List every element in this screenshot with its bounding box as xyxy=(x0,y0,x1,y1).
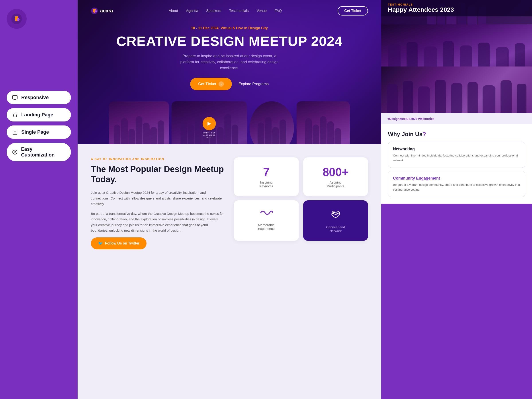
testimonials-header-bar: TESTIMONIALS Happy Attendees 2023 xyxy=(381,0,532,16)
logo-circle xyxy=(7,9,27,29)
svg-point-10 xyxy=(14,151,16,152)
why-networking-body: Connect with like-minded individuals, fo… xyxy=(393,153,520,163)
twitter-button[interactable]: 🐦 Follow Us on Twitter xyxy=(91,237,146,249)
play-button-overlay[interactable]: ▶ WATCH OUR LAST VIDEO EVENT xyxy=(202,117,217,139)
navbar: acara About Agenda Speakers Testimonials… xyxy=(78,0,381,22)
testimonials-title: Happy Attendees 2023 xyxy=(388,6,525,13)
why-networking-title: Networking xyxy=(393,147,520,151)
badge-landing-page[interactable]: Landing Page xyxy=(7,108,71,121)
nav-link-testimonials[interactable]: Testimonials xyxy=(229,9,249,13)
top-image-3 xyxy=(381,66,532,113)
stats-grid: 7 Inspiring Keynotes 800+ Aspiring Parti… xyxy=(234,157,368,241)
nav-link-speakers[interactable]: Speakers xyxy=(206,9,221,13)
why-community-title: Community Engagement xyxy=(393,176,520,181)
svg-point-1 xyxy=(17,18,19,21)
badge-landing-page-label: Landing Page xyxy=(21,112,53,118)
why-card-community: Community Engagement Be part of a vibran… xyxy=(388,171,525,197)
keynotes-label: Inspiring Keynotes xyxy=(241,180,292,188)
hero-content: 10 - 11 Dec 2024: Virtual & Live in Desi… xyxy=(78,22,381,101)
stat-connect: Connect and Network xyxy=(303,200,368,241)
testimonials-tag: TESTIMONIALS xyxy=(388,3,525,6)
why-card-networking: Networking Connect with like-minded indi… xyxy=(388,142,525,168)
participants-number: 800+ xyxy=(310,165,361,179)
hero-buttons: Get Ticket › Explore Programs xyxy=(91,78,368,90)
hero-get-ticket-button[interactable]: Get Ticket › xyxy=(190,78,232,90)
hero-section: acara About Agenda Speakers Testimonials… xyxy=(78,0,381,144)
badge-single-page-label: Single Page xyxy=(21,129,49,135)
hero-image-3 xyxy=(250,101,294,144)
get-ticket-button[interactable]: Get Ticket xyxy=(338,6,368,16)
memorable-label: Memorable Experience xyxy=(241,223,292,231)
why-community-body: Be part of a vibrant design community, s… xyxy=(393,183,520,192)
twitter-icon: 🐦 xyxy=(98,241,103,246)
hero-image-2-with-play: ▶ WATCH OUR LAST VIDEO EVENT xyxy=(171,101,247,144)
nav-links: About Agenda Speakers Testimonials Venue… xyxy=(169,9,282,13)
top-image-2-overlay xyxy=(381,24,532,66)
stat-keynotes: 7 Inspiring Keynotes xyxy=(234,157,299,196)
stat-memorable: Memorable Experience xyxy=(234,200,299,241)
hero-date: 10 - 11 Dec 2024: Virtual & Live in Desi… xyxy=(91,26,368,30)
connect-label: Connect and Network xyxy=(310,225,361,233)
page-wrapper: Responsive Landing Page xyxy=(0,0,532,399)
section-body: Join us at Creative Design Meetup 2024 f… xyxy=(91,190,225,234)
hero-image-4 xyxy=(297,101,350,144)
social-section: #DesignMeetup2023 #Memories xyxy=(381,113,532,125)
body-para-2: Be part of a transformative day, where t… xyxy=(91,211,225,234)
badge-single-page[interactable]: Single Page xyxy=(7,126,71,139)
badge-easy-customization[interactable]: Easy Customization xyxy=(7,143,71,161)
hero-image-1 xyxy=(109,101,169,144)
left-col: A DAY OF INNOVATION AND INSPIRATION The … xyxy=(91,157,225,249)
badge-responsive[interactable]: Responsive xyxy=(7,91,71,104)
hero-subtitle: Prepare to inspire and be inspired at ou… xyxy=(176,53,283,71)
participants-label: Aspiring Participants xyxy=(310,180,361,188)
hero-title: CREATIVE DESIGN MEETUP 2024 xyxy=(91,33,368,49)
badge-easy-customization-label: Easy Customization xyxy=(21,146,66,158)
nav-link-venue[interactable]: Venue xyxy=(257,9,267,13)
responsive-icon xyxy=(12,95,18,101)
section-title: The Most Popular Design Meetup Today. xyxy=(91,164,225,184)
svg-point-12 xyxy=(95,10,97,13)
stat-participants: 800+ Aspiring Participants xyxy=(303,157,368,196)
play-text: WATCH OUR LAST VIDEO EVENT xyxy=(202,132,217,139)
section-tag: A DAY OF INNOVATION AND INSPIRATION xyxy=(91,157,225,161)
top-image-2 xyxy=(381,24,532,66)
hero-cta-label: Get Ticket xyxy=(198,82,216,86)
nav-link-about[interactable]: About xyxy=(169,9,178,13)
easy-customization-icon xyxy=(12,149,18,155)
svg-rect-2 xyxy=(13,95,17,99)
memorable-icon xyxy=(241,208,292,219)
main-content: acara About Agenda Speakers Testimonials… xyxy=(78,0,381,399)
landing-page-icon xyxy=(12,112,18,118)
connect-icon xyxy=(310,208,361,222)
why-title: Why Join Us? xyxy=(388,131,525,138)
top-image-3-people xyxy=(381,78,532,113)
right-panel: TESTIMONIALS Happy Attendees 2023 xyxy=(381,0,532,399)
sidebar-badges: Responsive Landing Page xyxy=(7,91,71,161)
play-icon: ▶ xyxy=(203,117,216,130)
nav-link-agenda[interactable]: Agenda xyxy=(186,9,198,13)
nav-logo: acara xyxy=(91,7,113,14)
top-image-1: TESTIMONIALS Happy Attendees 2023 xyxy=(381,0,532,24)
twitter-label: Follow Us on Twitter xyxy=(105,241,139,245)
left-sidebar: Responsive Landing Page xyxy=(0,0,78,399)
social-hashtag: #DesignMeetup2023 #Memories xyxy=(387,117,526,120)
hero-explore-button[interactable]: Explore Programs xyxy=(239,82,269,86)
arrow-icon: › xyxy=(219,81,224,87)
keynotes-number: 7 xyxy=(241,165,292,179)
nav-link-faq[interactable]: FAQ xyxy=(275,9,282,13)
single-page-icon xyxy=(12,129,18,135)
lower-section: A DAY OF INNOVATION AND INSPIRATION The … xyxy=(78,144,381,399)
lower-grid: A DAY OF INNOVATION AND INSPIRATION The … xyxy=(91,157,368,249)
badge-responsive-label: Responsive xyxy=(21,95,49,101)
nav-logo-text: acara xyxy=(100,8,113,14)
hero-images: ▶ WATCH OUR LAST VIDEO EVENT xyxy=(78,101,381,144)
body-para-1: Join us at Creative Design Meetup 2024 f… xyxy=(91,190,225,207)
why-section: Why Join Us? Networking Connect with lik… xyxy=(381,124,532,204)
